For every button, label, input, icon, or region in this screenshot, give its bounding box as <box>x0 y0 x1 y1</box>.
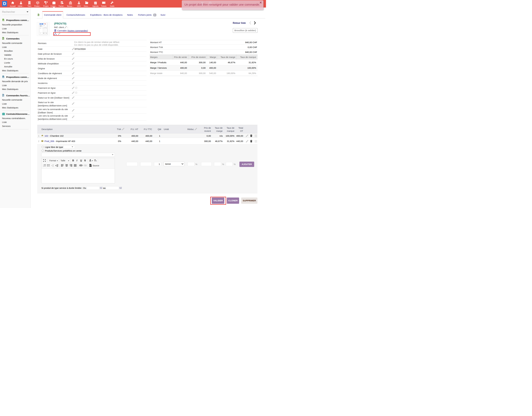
svg-text:1: 1 <box>43 164 44 166</box>
svg-text:2: 2 <box>43 166 44 167</box>
